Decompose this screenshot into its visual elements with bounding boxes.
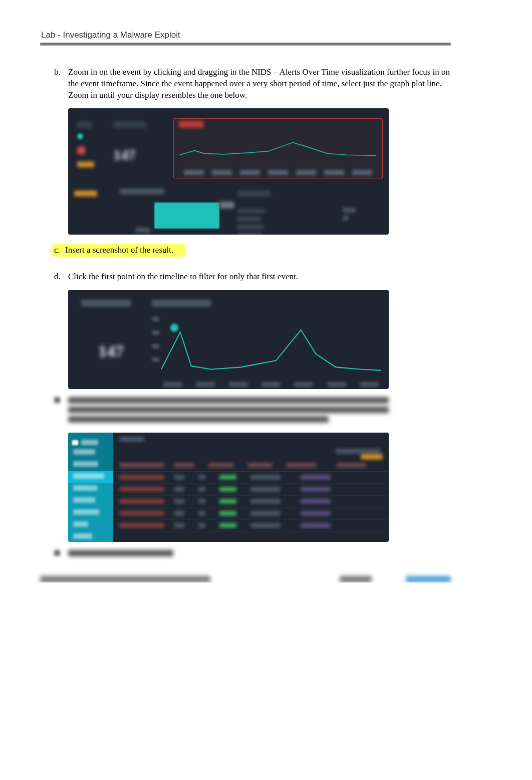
legend-dot-red [77,146,85,154]
step-b-marker: b. [54,67,68,101]
legend-dot-teal [77,133,83,139]
footer-left [40,576,316,582]
step-b: b. Zoom in on the event by clicking and … [54,67,451,101]
table-header [113,460,389,472]
header-rule [40,43,451,46]
legend-dot-orange [77,161,94,167]
page-header-title: Lab - Investigating a Malware Exploit [40,30,451,43]
table-row [113,484,389,496]
footer-link [396,576,451,582]
step-d-text: Click the first point on the timeline to… [68,271,451,283]
figure-timeline-first-event: 147 [68,290,389,389]
table-row [113,520,389,532]
panel-count: 147 [113,146,173,163]
page-footer [40,576,451,582]
step-d-marker: d. [54,271,68,283]
selection-region [173,118,383,178]
panel-count-2: 147 [98,342,124,361]
step-f-blurred [54,550,451,557]
timeline-first-point [170,324,178,332]
figure-nids-alerts-zoom: 147 [68,108,389,235]
step-d: d. Click the first point on the timeline… [54,271,451,283]
table-row [113,472,389,484]
table-row [113,496,389,508]
step-e-blurred [54,397,451,426]
footer-page-number [316,576,396,582]
step-b-text: Zoom in on the event by clicking and dra… [68,67,451,101]
step-c: c. Insert a screenshot of the result. [54,244,451,257]
table-row [113,508,389,520]
bar-primary [154,203,219,229]
sidebar [68,433,113,542]
step-c-marker: c. [51,245,65,256]
step-c-text: Insert a screenshot of the result. [65,245,177,256]
figure-alerts-table [68,433,389,542]
